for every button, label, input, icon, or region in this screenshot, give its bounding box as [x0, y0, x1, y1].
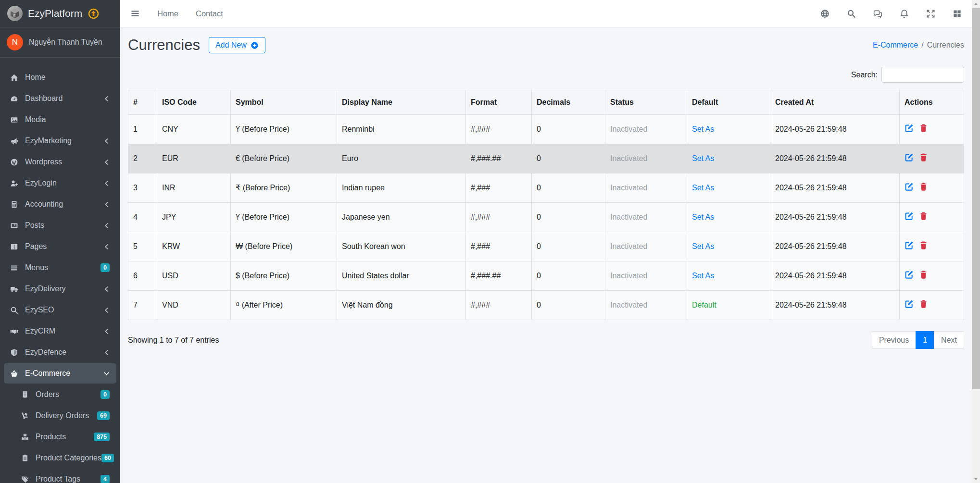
messages-icon[interactable] — [873, 9, 882, 18]
cell-format: #,### — [466, 173, 532, 203]
edit-icon[interactable] — [905, 153, 914, 162]
scroll-up-arrow-icon[interactable] — [972, 0, 980, 8]
sidebar-item-media[interactable]: Media — [4, 110, 116, 130]
edit-icon[interactable] — [905, 270, 914, 279]
cell-decimals: 0 — [532, 144, 605, 173]
sidebar-item-product-tags[interactable]: Product Tags4 — [4, 469, 116, 483]
edit-icon[interactable] — [905, 211, 914, 221]
set-as-default-link[interactable]: Set As — [692, 213, 714, 221]
navbar-link-contact[interactable]: Contact — [196, 9, 223, 18]
cell-symbol: $ (Before Price) — [231, 261, 337, 291]
brand[interactable]: EzyPlatform — [0, 0, 120, 27]
scrollbar-thumb[interactable] — [972, 8, 980, 389]
chevron-left-icon — [103, 328, 110, 334]
set-as-default-link[interactable]: Set As — [692, 125, 714, 133]
sidebar: EzyPlatform N Nguyễn Thanh Tuyền HomeDas… — [0, 0, 120, 483]
column-header-iso-code[interactable]: ISO Code — [157, 90, 231, 115]
set-as-default-link[interactable]: Set As — [692, 154, 714, 162]
edit-icon[interactable] — [905, 241, 914, 250]
cell-display-name: Japanese yen — [337, 203, 466, 232]
sidebar-item-home[interactable]: Home — [4, 67, 116, 87]
column-header-display-name[interactable]: Display Name — [337, 90, 466, 115]
table-row-usd: 6USD$ (Before Price)United States dollar… — [128, 261, 964, 291]
cell-num: 4 — [128, 203, 157, 232]
sidebar-item-dashboard[interactable]: Dashboard — [4, 88, 116, 109]
delete-trash-icon[interactable] — [919, 270, 928, 279]
breadcrumb-current: Currencies — [927, 41, 964, 49]
sidebar-item-ezycrm[interactable]: EzyCRM — [4, 321, 116, 341]
column-header-actions[interactable]: Actions — [900, 90, 964, 115]
navbar-link-home[interactable]: Home — [157, 9, 178, 18]
add-new-button[interactable]: Add New — [209, 37, 265, 53]
sidebar-item-delivery-orders[interactable]: Delivery Orders69 — [4, 406, 116, 426]
sidebar-item-products[interactable]: Products875 — [4, 427, 116, 447]
sidebar-item-ezylogin[interactable]: EzyLogin — [4, 173, 116, 193]
next-page-button[interactable]: Next — [934, 331, 964, 349]
avatar: N — [7, 34, 23, 50]
previous-page-button[interactable]: Previous — [872, 331, 916, 349]
delete-trash-icon[interactable] — [919, 211, 928, 221]
search-input[interactable] — [881, 67, 964, 83]
sidebar-item-label: Accounting — [25, 200, 63, 209]
cell-default: Set As — [687, 173, 770, 203]
breadcrumb-link-ecommerce[interactable]: E-Commerce — [873, 41, 918, 49]
sidebar-item-pages[interactable]: Pages — [4, 236, 116, 257]
receipt-icon — [18, 391, 31, 398]
sidebar-item-e-commerce[interactable]: E-Commerce — [4, 363, 116, 384]
set-as-default-link[interactable]: Set As — [692, 242, 714, 250]
delete-trash-icon[interactable] — [919, 299, 928, 309]
column-header--[interactable]: # — [128, 90, 157, 115]
sidebar-item-ezydelivery[interactable]: EzyDelivery — [4, 279, 116, 299]
column-header-default[interactable]: Default — [687, 90, 770, 115]
scrollbar[interactable] — [972, 0, 980, 483]
column-header-status[interactable]: Status — [605, 90, 687, 115]
sidebar-item-ezydefence[interactable]: EzyDefence — [4, 342, 116, 362]
cell-created-at: 2024-05-26 21:59:48 — [770, 291, 900, 320]
column-header-decimals[interactable]: Decimals — [532, 90, 605, 115]
edit-icon[interactable] — [905, 124, 914, 133]
sidebar-item-posts[interactable]: Posts — [4, 215, 116, 235]
search-icon[interactable] — [847, 9, 856, 18]
sidebar-item-wordpress[interactable]: Wordpress — [4, 152, 116, 172]
sidebar-item-product-categories[interactable]: Product Categories60 — [4, 448, 116, 468]
page-1-button[interactable]: 1 — [916, 331, 934, 349]
column-header-created-at[interactable]: Created At — [770, 90, 900, 115]
control-sidebar-grid-icon[interactable] — [953, 9, 962, 18]
cell-default: Set As — [687, 144, 770, 173]
cell-created-at: 2024-05-26 21:59:48 — [770, 144, 900, 173]
delete-trash-icon[interactable] — [919, 182, 928, 191]
chevron-left-icon — [103, 244, 110, 250]
edit-icon[interactable] — [905, 182, 914, 191]
sidebar-item-accounting[interactable]: Accounting — [4, 194, 116, 214]
cell-iso-code: JPY — [157, 203, 231, 232]
sidebar-item-menus[interactable]: Menus0 — [4, 258, 116, 278]
language-globe-icon[interactable] — [820, 9, 829, 18]
cell-num: 5 — [128, 232, 157, 261]
sidebar-item-ezyseo[interactable]: EzySEO — [4, 300, 116, 320]
shield-icon — [8, 348, 21, 357]
cell-iso-code: EUR — [157, 144, 231, 173]
delete-trash-icon[interactable] — [919, 241, 928, 250]
chevron-left-icon — [103, 138, 110, 144]
notifications-bell-icon[interactable] — [900, 9, 909, 18]
cell-actions — [900, 232, 964, 261]
column-header-symbol[interactable]: Symbol — [231, 90, 337, 115]
sidebar-toggle-icon[interactable] — [130, 9, 140, 18]
table-row-jpy: 4JPY¥ (Before Price)Japanese yen#,###0In… — [128, 203, 964, 232]
fullscreen-icon[interactable] — [926, 9, 935, 18]
set-as-default-link[interactable]: Set As — [692, 184, 714, 192]
scroll-down-arrow-icon[interactable] — [972, 475, 980, 483]
cell-actions — [900, 144, 964, 173]
user-panel[interactable]: N Nguyễn Thanh Tuyền — [0, 27, 120, 58]
delete-trash-icon[interactable] — [919, 153, 928, 162]
sidebar-item-orders[interactable]: Orders0 — [4, 384, 116, 405]
sidebar-item-ezymarketing[interactable]: EzyMarketing — [4, 131, 116, 151]
cell-default: Default — [687, 291, 770, 320]
sidebar-item-label: Product Tags — [36, 475, 80, 483]
sidebar-item-label: EzyDefence — [25, 348, 66, 357]
column-header-format[interactable]: Format — [466, 90, 532, 115]
delete-trash-icon[interactable] — [919, 124, 928, 133]
edit-icon[interactable] — [905, 299, 914, 309]
set-as-default-link[interactable]: Set As — [692, 272, 714, 280]
cell-actions — [900, 261, 964, 291]
